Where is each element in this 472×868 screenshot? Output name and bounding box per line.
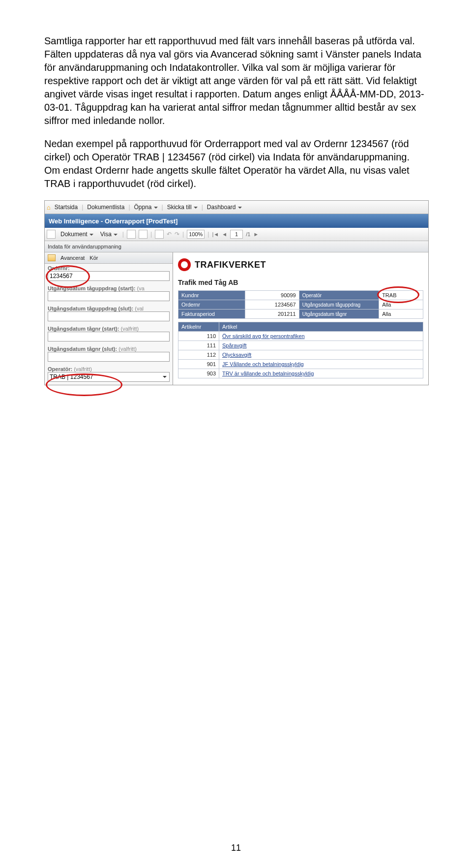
hdr-utu-value: Alla xyxy=(379,300,423,310)
tab-open[interactable]: Öppna xyxy=(132,204,160,211)
article-link[interactable]: JF Vållande och betalningsskyldig xyxy=(222,361,304,367)
hdr-ordernr-value: 1234567 xyxy=(245,300,299,310)
logo-mark-icon xyxy=(178,258,191,271)
tab-doclist[interactable]: Dokumentlista xyxy=(85,204,126,211)
article-table: Artikelnr Artikel 110Övr särskild avg fö… xyxy=(178,322,423,378)
brand-text: TRAFIKVERKET xyxy=(195,260,266,270)
toolbar-visa[interactable]: Visa xyxy=(98,231,119,238)
print-icon[interactable] xyxy=(127,230,136,239)
sidebar: Avancerat Kör Ordernr: Utgångsdatum tågu… xyxy=(45,252,173,385)
field-ordernr: Ordernr: xyxy=(45,264,173,284)
paragraph-2: Nedan exempel på rapporthuvud för Orderr… xyxy=(44,137,428,190)
report-subtitle: Trafik med Tåg AB xyxy=(178,279,423,286)
field-tn-start: Utgångsdatum tågnr (start): (valfritt) xyxy=(45,324,173,344)
home-icon: ⌂ xyxy=(47,204,51,211)
hdr-fakt-label: Fakturaperiod xyxy=(178,310,245,319)
article-link[interactable]: Olycksavgift xyxy=(222,352,251,358)
nav-prev-icon[interactable]: ◄ xyxy=(222,231,227,237)
label-ut-start: Utgångsdatum tåguppdrag (start): (va xyxy=(48,285,170,291)
label-tn-slut: Utgångsdatum tågnr (slut): (valfritt) xyxy=(48,346,170,352)
field-operator: Operatör: (valfritt) xyxy=(45,365,173,385)
hdr-kundnr-label: Kundnr xyxy=(178,291,245,300)
page-number: 11 xyxy=(0,843,472,853)
tab-start[interactable]: Startsida xyxy=(53,204,80,211)
main-toolbar: Dokument Visa | | ↶ ↷ | 100% | |◄ ◄ 1 /1… xyxy=(45,228,428,241)
article-link[interactable]: Spåravgift xyxy=(222,342,247,348)
hdr-kundnr-value: 90099 xyxy=(245,291,299,300)
label-ut-slut: Utgångsdatum tåguppdrag (slut): (val xyxy=(48,306,170,311)
paragraph-1: Samtliga rapporter har ett rapporthuvud … xyxy=(44,34,428,127)
nav-first-icon[interactable]: |◄ xyxy=(212,231,219,237)
hdr-utt-label: Utgångsdatum tågnr xyxy=(299,310,379,319)
window-title: Web Intelligence - Orderrapport [ProdTes… xyxy=(45,214,428,228)
article-link[interactable]: Övr särskild avg för persontrafiken xyxy=(222,333,305,339)
table-row: 111Spåravgift xyxy=(178,341,423,350)
page-total: /1 xyxy=(246,231,250,237)
toolbar-document[interactable]: Dokument xyxy=(59,231,95,238)
label-ordernr: Ordernr: xyxy=(48,265,170,271)
hdr-oper-label: Operatör xyxy=(299,291,379,300)
redo-icon[interactable]: ↷ xyxy=(175,231,179,238)
sidebar-run[interactable]: Kör xyxy=(89,255,98,261)
tab-send[interactable]: Skicka till xyxy=(165,204,200,211)
brand-logo: TRAFIKVERKET xyxy=(178,258,423,271)
input-tn-slut[interactable] xyxy=(48,352,170,362)
input-tn-start[interactable] xyxy=(48,332,170,341)
field-ut-slut: Utgångsdatum tåguppdrag (slut): (val xyxy=(45,304,173,324)
sidebar-toolbar: Avancerat Kör xyxy=(45,252,173,264)
hdr-ordernr-label: Ordernr xyxy=(178,300,245,310)
zoom-level[interactable]: 100% xyxy=(187,230,205,239)
report-area: TRAFIKVERKET Trafik med Tåg AB Kundnr 90… xyxy=(173,252,428,385)
table-row: 901JF Vållande och betalningsskyldig xyxy=(178,360,423,369)
table-row: 110Övr särskild avg för persontrafiken xyxy=(178,332,423,341)
nav-next-icon[interactable]: ► xyxy=(253,231,259,237)
sidebar-advanced[interactable]: Avancerat xyxy=(60,255,85,261)
input-operator[interactable] xyxy=(48,372,170,382)
col-artikel: Artikel xyxy=(219,322,423,332)
input-ut-start[interactable] xyxy=(48,291,170,301)
find-icon[interactable] xyxy=(139,230,148,239)
input-ut-slut[interactable] xyxy=(48,311,170,321)
app-screenshot: ⌂ Startsida| Dokumentlista| Öppna| Skick… xyxy=(44,200,429,385)
page-number-input[interactable]: 1 xyxy=(230,230,243,239)
box-icon xyxy=(48,254,56,261)
col-artikelnr: Artikelnr xyxy=(178,322,219,332)
input-ordernr[interactable] xyxy=(48,271,170,281)
top-tabbar: ⌂ Startsida| Dokumentlista| Öppna| Skick… xyxy=(45,201,428,214)
table-row: 112Olycksavgift xyxy=(178,350,423,360)
hdr-utu-label: Utgångsdatum tåguppdrag xyxy=(299,300,379,310)
tab-dashboard[interactable]: Dashboard xyxy=(205,204,244,211)
report-header-table: Kundnr 90099 Operatör TRAB Ordernr 12345… xyxy=(178,290,423,319)
field-ut-start: Utgångsdatum tåguppdrag (start): (va xyxy=(45,284,173,304)
table-row: 903TRV är vållande och betalningsskyldig xyxy=(178,369,423,378)
panel-header: Indata för användaruppmaning xyxy=(45,241,428,252)
hdr-utt-value: Alla xyxy=(379,310,423,319)
hdr-oper-value: TRAB xyxy=(379,291,423,300)
history-icon[interactable] xyxy=(155,230,164,239)
hdr-fakt-value: 201211 xyxy=(245,310,299,319)
page-icon xyxy=(47,230,56,239)
field-tn-slut: Utgångsdatum tågnr (slut): (valfritt) xyxy=(45,344,173,365)
article-link[interactable]: TRV är vållande och betalningsskyldig xyxy=(222,371,314,376)
label-operator: Operatör: (valfritt) xyxy=(48,366,170,372)
label-tn-start: Utgångsdatum tågnr (start): (valfritt) xyxy=(48,326,170,332)
undo-icon[interactable]: ↶ xyxy=(167,231,172,238)
